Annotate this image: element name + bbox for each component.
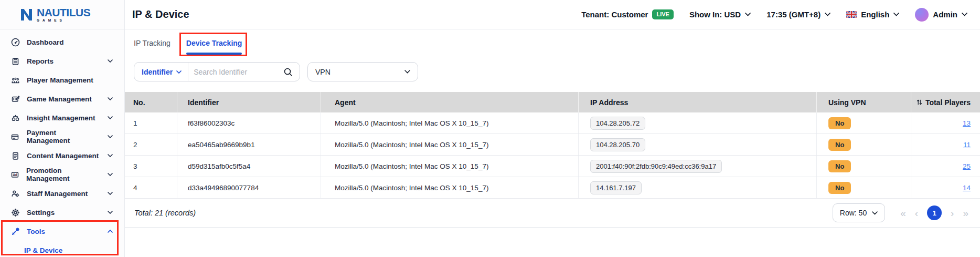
brand-name: NAUTILUS: [37, 7, 90, 18]
currency-label: Show In: USD: [689, 10, 741, 19]
chevron-down-icon: [404, 70, 410, 74]
total-players-link[interactable]: 25: [963, 162, 971, 170]
previous-page-button[interactable]: ‹: [915, 208, 918, 218]
cell-ip-address: 2001:f40:90f:2fdb:90c9:49ed:cc36:9a17: [579, 156, 817, 177]
cell-agent: Mozilla/5.0 (Macintosh; Intel Mac OS X 1…: [321, 112, 579, 133]
sort-icon[interactable]: [916, 99, 923, 106]
current-page-button[interactable]: 1: [927, 205, 942, 220]
last-page-button[interactable]: »: [963, 208, 968, 218]
user-label: Admin: [933, 10, 957, 19]
total-players-link[interactable]: 14: [963, 184, 971, 192]
topbar-right: Tenant: Customer LIVE Show In: USD 17:35…: [581, 8, 967, 22]
first-page-button[interactable]: «: [900, 208, 906, 218]
cell-agent: Mozilla/5.0 (Macintosh; Intel Mac OS X 1…: [321, 156, 579, 177]
next-page-button[interactable]: ›: [951, 208, 954, 218]
sidebar-item-label: Insight Management: [27, 114, 95, 122]
chevron-down-icon: [108, 173, 113, 176]
timezone-dropdown[interactable]: 17:35 (GMT+8): [766, 10, 830, 19]
chevron-up-icon: [108, 230, 113, 233]
sidebar-item-dashboard[interactable]: Dashboard: [0, 33, 124, 52]
ip-tag: 104.28.205.72: [590, 117, 645, 130]
sidebar-item-staff-management[interactable]: Staff Management: [0, 184, 124, 203]
table-row[interactable]: 4 d33a49496890077784 Mozilla/5.0 (Macint…: [125, 177, 980, 199]
main-content: IP & Device Tenant: Customer LIVE Show I…: [125, 0, 980, 257]
sidebar-item-reports[interactable]: Reports: [0, 52, 124, 70]
device-tracking-table: No. Identifier Agent IP Address Using VP…: [125, 92, 980, 199]
column-header-identifier: Identifier: [177, 92, 321, 112]
cell-using-vpn: No: [817, 177, 911, 198]
sidebar-item-game-management[interactable]: Game Management: [0, 89, 124, 108]
chevron-down-icon: [893, 13, 899, 16]
reports-icon: [10, 56, 20, 66]
live-badge: LIVE: [652, 9, 673, 19]
cell-total-players: 11: [911, 134, 980, 155]
vpn-status-badge: No: [828, 117, 851, 129]
chevron-down-icon: [108, 211, 113, 214]
search-input[interactable]: [188, 68, 283, 76]
payment-icon: [10, 132, 20, 141]
cell-identifier: d59d315afb0c5f5a4: [177, 156, 321, 177]
table-row[interactable]: 1 f63f86002303c Mozilla/5.0 (Macintosh; …: [125, 112, 980, 134]
cell-using-vpn: No: [817, 134, 911, 155]
sidebar-item-label: Dashboard: [27, 38, 64, 46]
pagination: « ‹ 1 › »: [900, 205, 968, 220]
column-header-total-players[interactable]: Total Players: [911, 92, 980, 112]
gear-icon: [10, 208, 20, 217]
vpn-status-badge: No: [828, 182, 851, 194]
topbar: IP & Device Tenant: Customer LIVE Show I…: [125, 0, 980, 29]
currency-dropdown[interactable]: Show In: USD: [689, 10, 751, 19]
table-row[interactable]: 3 d59d315afb0c5f5a4 Mozilla/5.0 (Macinto…: [125, 156, 980, 177]
brand-logo[interactable]: NAUTILUS GAMES: [0, 0, 124, 29]
column-header-agent: Agent: [321, 92, 579, 112]
insight-icon: [10, 113, 20, 122]
search-field-label: Identifier: [142, 68, 173, 76]
cell-total-players: 13: [911, 112, 980, 133]
cell-ip-address: 104.28.205.70: [579, 134, 817, 155]
sidebar-item-insight-management[interactable]: Insight Management: [0, 108, 124, 127]
sidebar-item-label: Tools: [27, 228, 45, 235]
chevron-down-icon: [108, 135, 113, 138]
sidebar-item-settings[interactable]: Settings: [0, 203, 124, 222]
sidebar-item-promotion-management[interactable]: Ad Promotion Management: [0, 165, 124, 184]
language-dropdown[interactable]: English: [846, 10, 899, 19]
sidebar-subitem-label: IP & Device: [24, 246, 62, 254]
cell-identifier: f63f86002303c: [177, 112, 321, 133]
chevron-down-icon: [108, 192, 113, 195]
sidebar-item-payment-management[interactable]: Payment Management: [0, 127, 124, 146]
sidebar-subitem-ip-device[interactable]: IP & Device: [0, 241, 124, 257]
sidebar-item-content-management[interactable]: Content Management: [0, 146, 124, 165]
ad-icon: Ad: [10, 170, 19, 179]
sidebar-item-tools[interactable]: Tools: [0, 222, 124, 241]
cell-ip-address: 14.161.7.197: [579, 177, 817, 198]
sidebar: NAUTILUS GAMES Dashboard Reports Player …: [0, 0, 125, 257]
sidebar-item-player-management[interactable]: Player Management: [0, 70, 124, 89]
total-players-link[interactable]: 13: [963, 119, 971, 127]
table-row[interactable]: 2 ea50465ab9669b9b1 Mozilla/5.0 (Macinto…: [125, 134, 980, 156]
tab-device-tracking[interactable]: Device Tracking: [186, 29, 242, 57]
ip-tag: 104.28.205.70: [590, 138, 645, 151]
search-field-dropdown[interactable]: Identifier: [134, 63, 188, 81]
sidebar-item-label: Settings: [27, 209, 55, 217]
tab-ip-tracking[interactable]: IP Tracking: [134, 29, 171, 57]
search-icon[interactable]: [283, 67, 300, 77]
identifier-search-group: Identifier: [134, 62, 300, 81]
chevron-down-icon: [108, 154, 113, 157]
cell-ip-address: 104.28.205.72: [579, 112, 817, 133]
total-players-link[interactable]: 11: [963, 141, 971, 149]
svg-text:Ad: Ad: [13, 172, 17, 176]
rows-per-page-select[interactable]: Row: 50: [833, 203, 885, 222]
cell-no: 4: [125, 177, 177, 198]
cell-using-vpn: No: [817, 112, 911, 133]
vpn-filter-select[interactable]: VPN: [307, 62, 418, 81]
chevron-down-icon: [108, 97, 113, 100]
sidebar-item-label: Player Management: [27, 76, 93, 84]
user-menu[interactable]: Admin: [915, 8, 967, 22]
cell-using-vpn: No: [817, 156, 911, 177]
brand-subtitle: GAMES: [37, 18, 90, 22]
table-footer: Total: 21 (records) Row: 50 « ‹ 1 › »: [125, 199, 980, 228]
tenant-indicator: Tenant: Customer LIVE: [581, 9, 674, 19]
nautilus-logo-icon: [19, 7, 34, 22]
sidebar-nav: Dashboard Reports Player Management Game…: [0, 29, 124, 257]
ip-tag: 14.161.7.197: [590, 181, 642, 194]
sidebar-item-label: Payment Management: [27, 129, 101, 145]
